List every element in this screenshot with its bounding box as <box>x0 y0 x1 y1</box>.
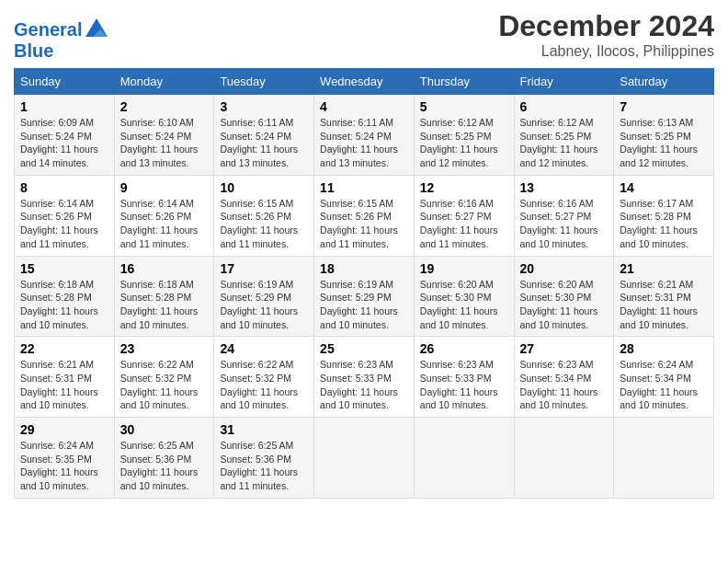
calendar-cell: 29 Sunrise: 6:24 AMSunset: 5:35 PMDaylig… <box>15 418 115 499</box>
day-info: Sunrise: 6:19 AMSunset: 5:29 PMDaylight:… <box>320 278 408 332</box>
day-info: Sunrise: 6:14 AMSunset: 5:26 PMDaylight:… <box>20 197 108 251</box>
day-number: 14 <box>620 180 708 195</box>
day-info: Sunrise: 6:20 AMSunset: 5:30 PMDaylight:… <box>420 278 508 332</box>
calendar-body: 1 Sunrise: 6:09 AMSunset: 5:24 PMDayligh… <box>15 95 714 499</box>
day-number: 9 <box>120 180 209 195</box>
calendar-cell: 12 Sunrise: 6:16 AMSunset: 5:27 PMDaylig… <box>414 175 514 256</box>
day-number: 28 <box>620 341 708 356</box>
day-number: 29 <box>20 422 108 437</box>
day-number: 12 <box>420 180 508 195</box>
calendar-table: SundayMondayTuesdayWednesdayThursdayFrid… <box>14 68 714 499</box>
calendar-cell: 19 Sunrise: 6:20 AMSunset: 5:30 PMDaylig… <box>414 256 514 337</box>
day-info: Sunrise: 6:11 AMSunset: 5:24 PMDaylight:… <box>320 116 408 170</box>
day-number: 13 <box>520 180 609 195</box>
day-info: Sunrise: 6:21 AMSunset: 5:31 PMDaylight:… <box>20 358 108 412</box>
calendar-cell: 15 Sunrise: 6:18 AMSunset: 5:28 PMDaylig… <box>15 256 115 337</box>
calendar-cell: 4 Sunrise: 6:11 AMSunset: 5:24 PMDayligh… <box>314 95 415 176</box>
day-number: 16 <box>120 261 209 276</box>
weekday-header-wednesday: Wednesday <box>314 69 415 95</box>
day-number: 2 <box>120 99 209 114</box>
day-info: Sunrise: 6:18 AMSunset: 5:28 PMDaylight:… <box>120 278 209 332</box>
day-number: 7 <box>620 99 708 114</box>
calendar-cell: 6 Sunrise: 6:12 AMSunset: 5:25 PMDayligh… <box>514 95 614 176</box>
day-info: Sunrise: 6:15 AMSunset: 5:26 PMDaylight:… <box>220 197 308 251</box>
day-info: Sunrise: 6:24 AMSunset: 5:35 PMDaylight:… <box>20 439 108 493</box>
calendar-week-row: 15 Sunrise: 6:18 AMSunset: 5:28 PMDaylig… <box>15 256 714 337</box>
calendar-cell <box>314 418 415 499</box>
calendar-cell: 13 Sunrise: 6:16 AMSunset: 5:27 PMDaylig… <box>514 175 614 256</box>
day-info: Sunrise: 6:09 AMSunset: 5:24 PMDaylight:… <box>20 116 108 170</box>
day-info: Sunrise: 6:11 AMSunset: 5:24 PMDaylight:… <box>220 116 308 170</box>
calendar-cell: 1 Sunrise: 6:09 AMSunset: 5:24 PMDayligh… <box>15 95 115 176</box>
day-info: Sunrise: 6:25 AMSunset: 5:36 PMDaylight:… <box>220 439 308 493</box>
logo-icon <box>84 17 109 42</box>
calendar-cell: 3 Sunrise: 6:11 AMSunset: 5:24 PMDayligh… <box>214 95 314 176</box>
calendar-cell <box>414 418 514 499</box>
day-number: 19 <box>420 261 508 276</box>
calendar-cell: 7 Sunrise: 6:13 AMSunset: 5:25 PMDayligh… <box>614 95 714 176</box>
day-number: 10 <box>220 180 308 195</box>
calendar-cell: 9 Sunrise: 6:14 AMSunset: 5:26 PMDayligh… <box>114 175 214 256</box>
day-info: Sunrise: 6:14 AMSunset: 5:26 PMDaylight:… <box>120 197 209 251</box>
calendar-cell: 8 Sunrise: 6:14 AMSunset: 5:26 PMDayligh… <box>15 175 115 256</box>
calendar-cell: 30 Sunrise: 6:25 AMSunset: 5:36 PMDaylig… <box>114 418 214 499</box>
calendar-week-row: 8 Sunrise: 6:14 AMSunset: 5:26 PMDayligh… <box>15 175 714 256</box>
month-year-title: December 2024 <box>498 9 714 43</box>
day-info: Sunrise: 6:12 AMSunset: 5:25 PMDaylight:… <box>420 116 508 170</box>
calendar-cell: 14 Sunrise: 6:17 AMSunset: 5:28 PMDaylig… <box>614 175 714 256</box>
calendar-cell: 21 Sunrise: 6:21 AMSunset: 5:31 PMDaylig… <box>614 256 714 337</box>
day-info: Sunrise: 6:12 AMSunset: 5:25 PMDaylight:… <box>520 116 609 170</box>
weekday-header-saturday: Saturday <box>614 69 714 95</box>
day-info: Sunrise: 6:22 AMSunset: 5:32 PMDaylight:… <box>120 358 209 412</box>
weekday-header-thursday: Thursday <box>414 69 514 95</box>
day-info: Sunrise: 6:13 AMSunset: 5:25 PMDaylight:… <box>620 116 708 170</box>
calendar-cell: 22 Sunrise: 6:21 AMSunset: 5:31 PMDaylig… <box>15 337 115 418</box>
day-number: 1 <box>20 99 108 114</box>
day-info: Sunrise: 6:17 AMSunset: 5:28 PMDaylight:… <box>620 197 708 251</box>
calendar-cell <box>614 418 714 499</box>
day-number: 26 <box>420 341 508 356</box>
day-number: 23 <box>120 341 209 356</box>
day-info: Sunrise: 6:24 AMSunset: 5:34 PMDaylight:… <box>620 358 708 412</box>
day-info: Sunrise: 6:16 AMSunset: 5:27 PMDaylight:… <box>520 197 609 251</box>
calendar-cell: 10 Sunrise: 6:15 AMSunset: 5:26 PMDaylig… <box>214 175 314 256</box>
day-info: Sunrise: 6:16 AMSunset: 5:27 PMDaylight:… <box>420 197 508 251</box>
day-number: 24 <box>220 341 308 356</box>
day-number: 5 <box>420 99 508 114</box>
day-number: 25 <box>320 341 408 356</box>
calendar-cell: 17 Sunrise: 6:19 AMSunset: 5:29 PMDaylig… <box>214 256 314 337</box>
calendar-cell: 16 Sunrise: 6:18 AMSunset: 5:28 PMDaylig… <box>114 256 214 337</box>
weekday-header-sunday: Sunday <box>15 69 115 95</box>
calendar-week-row: 1 Sunrise: 6:09 AMSunset: 5:24 PMDayligh… <box>15 95 714 176</box>
calendar-cell: 25 Sunrise: 6:23 AMSunset: 5:33 PMDaylig… <box>314 337 415 418</box>
calendar-cell: 20 Sunrise: 6:20 AMSunset: 5:30 PMDaylig… <box>514 256 614 337</box>
day-info: Sunrise: 6:19 AMSunset: 5:29 PMDaylight:… <box>220 278 308 332</box>
day-number: 11 <box>320 180 408 195</box>
day-number: 21 <box>620 261 708 276</box>
weekday-header-tuesday: Tuesday <box>214 69 314 95</box>
day-number: 20 <box>520 261 609 276</box>
day-info: Sunrise: 6:23 AMSunset: 5:33 PMDaylight:… <box>320 358 408 412</box>
day-info: Sunrise: 6:22 AMSunset: 5:32 PMDaylight:… <box>220 358 308 412</box>
calendar-cell: 18 Sunrise: 6:19 AMSunset: 5:29 PMDaylig… <box>314 256 415 337</box>
day-info: Sunrise: 6:25 AMSunset: 5:36 PMDaylight:… <box>120 439 209 493</box>
day-info: Sunrise: 6:23 AMSunset: 5:34 PMDaylight:… <box>520 358 609 412</box>
title-area: December 2024 Labney, Ilocos, Philippine… <box>498 9 714 60</box>
day-number: 8 <box>20 180 108 195</box>
calendar-cell: 11 Sunrise: 6:15 AMSunset: 5:26 PMDaylig… <box>314 175 415 256</box>
calendar-week-row: 22 Sunrise: 6:21 AMSunset: 5:31 PMDaylig… <box>15 337 714 418</box>
calendar-cell: 24 Sunrise: 6:22 AMSunset: 5:32 PMDaylig… <box>214 337 314 418</box>
day-number: 3 <box>220 99 308 114</box>
calendar-cell: 27 Sunrise: 6:23 AMSunset: 5:34 PMDaylig… <box>514 337 614 418</box>
day-number: 15 <box>20 261 108 276</box>
day-number: 4 <box>320 99 408 114</box>
calendar-cell: 2 Sunrise: 6:10 AMSunset: 5:24 PMDayligh… <box>114 95 214 176</box>
day-info: Sunrise: 6:23 AMSunset: 5:33 PMDaylight:… <box>420 358 508 412</box>
calendar-cell: 5 Sunrise: 6:12 AMSunset: 5:25 PMDayligh… <box>414 95 514 176</box>
weekday-header-friday: Friday <box>514 69 614 95</box>
day-number: 17 <box>220 261 308 276</box>
calendar-cell: 23 Sunrise: 6:22 AMSunset: 5:32 PMDaylig… <box>114 337 214 418</box>
calendar-header-row: SundayMondayTuesdayWednesdayThursdayFrid… <box>15 69 714 95</box>
logo: General Blue <box>14 17 109 61</box>
logo-text: General <box>14 19 82 40</box>
